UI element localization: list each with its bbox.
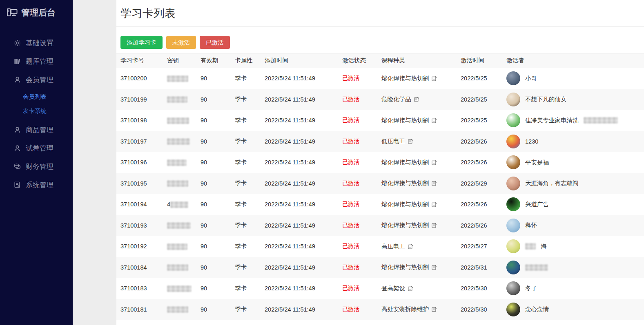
gear-icon: [13, 39, 21, 47]
edit-note-icon[interactable]: [431, 264, 437, 270]
card-number-cell: 37100195: [116, 173, 163, 194]
sidebar-item-basic-settings[interactable]: 基础设置: [0, 34, 73, 52]
sidebar-item-label: 财务管理: [26, 162, 53, 171]
course-name: 熔化焊接与热切割: [381, 117, 429, 124]
column-header-7: 激活时间: [457, 53, 502, 68]
sidebar-item-question-bank[interactable]: 题库管理: [0, 52, 73, 71]
redacted-key: [170, 201, 188, 208]
key-cell: [163, 131, 196, 152]
table-row: 3710019990季卡2022/5/24 11:51:49已激活危险化学品20…: [116, 89, 644, 110]
avatar: [506, 281, 520, 295]
sidebar-item-exam-paper-management[interactable]: 试卷管理: [0, 139, 73, 157]
brand: 管理后台: [0, 0, 73, 22]
sub-item-member-list[interactable]: 会员列表: [0, 90, 73, 104]
activator-name: 不想下凡的仙女: [525, 95, 567, 103]
activator-cell: 不想下凡的仙女: [502, 89, 644, 110]
course-name: 低压电工: [381, 137, 405, 145]
course-cell: 危险化学品: [377, 89, 457, 110]
key-cell: [163, 236, 196, 257]
key-cell: [163, 257, 196, 278]
edit-note-icon[interactable]: [431, 222, 437, 228]
main-area: 学习卡列表 添加学习卡未激活已激活 学习卡号密钥有效期卡属性添加时间激活状态课程…: [73, 0, 644, 325]
sidebar-item-system-management[interactable]: 系统管理: [0, 176, 73, 194]
activated-time-cell: 2022/5/25: [457, 89, 502, 110]
edit-note-icon[interactable]: [431, 117, 437, 124]
validity-cell: 90: [196, 131, 231, 152]
key-cell: [163, 152, 196, 173]
validity-cell: 90: [196, 89, 231, 110]
redacted-name: [525, 264, 548, 271]
added-time-cell: 2022/5/24 11:51:49: [261, 278, 338, 299]
key-cell: [163, 89, 196, 110]
activated-time-cell: 2022/5/30: [457, 299, 502, 320]
activated-time-cell: 2022/5/25: [457, 68, 502, 89]
redacted-key: [167, 117, 189, 124]
activator-cell: 释怀: [502, 215, 644, 236]
activator-name-suffix: 海: [541, 243, 547, 250]
learning-card-table: 学习卡号密钥有效期卡属性添加时间激活状态课程种类激活时间激活者 37100200…: [116, 53, 644, 320]
course-name: 熔化焊接与热切割: [381, 159, 429, 166]
edit-note-icon[interactable]: [431, 201, 437, 208]
filter-inactive-button[interactable]: 未激活: [166, 36, 196, 49]
course-cell: 熔化焊接与热切割: [377, 110, 457, 131]
redacted-name: [584, 117, 618, 124]
card-type-cell: 季卡: [231, 236, 261, 257]
validity-cell: 90: [196, 236, 231, 257]
sidebar-item-label: 商品管理: [26, 125, 53, 135]
table-row: 3710019690季卡2022/5/24 11:51:49已激活熔化焊接与热切…: [116, 152, 644, 173]
activator-cell: 小哥: [502, 68, 644, 89]
filter-active-button[interactable]: 已激活: [200, 36, 230, 49]
user-icon: [13, 126, 21, 134]
edit-note-icon[interactable]: [414, 96, 420, 102]
card-type-cell: 季卡: [231, 299, 261, 320]
sub-menu-member-management: 会员列表发卡系统: [0, 89, 73, 121]
card-type-cell: 季卡: [231, 89, 261, 110]
card-number-cell: 37100194: [116, 194, 163, 215]
activator-cell: 念心念情: [502, 299, 644, 320]
column-header-1: 密钥: [163, 53, 196, 68]
added-time-cell: 2022/5/24 11:51:49: [261, 89, 338, 110]
card-number-cell: 37100184: [116, 257, 163, 278]
activation-status-cell: 已激活: [338, 194, 377, 215]
edit-note-icon[interactable]: [431, 306, 437, 312]
column-header-5: 激活状态: [338, 53, 377, 68]
avatar: [506, 177, 520, 190]
redacted-key: [167, 285, 192, 292]
sub-item-card-issuing-system[interactable]: 发卡系统: [0, 104, 73, 118]
add-learning-card-button[interactable]: 添加学习卡: [120, 36, 163, 49]
edit-note-icon[interactable]: [431, 180, 437, 186]
card-type-cell: 季卡: [231, 278, 261, 299]
activated-time-cell: 2022/5/30: [457, 278, 502, 299]
redacted-key: [167, 180, 188, 187]
course-name: 危险化学品: [381, 95, 411, 103]
edit-note-icon[interactable]: [431, 159, 437, 166]
course-name: 熔化焊接与热切割: [381, 75, 429, 82]
course-cell: 熔化焊接与热切割: [377, 194, 457, 215]
card-type-cell: 季卡: [231, 131, 261, 152]
sidebar-nav: 基础设置题库管理会员管理会员列表发卡系统商品管理试卷管理财务管理系统管理: [0, 34, 73, 194]
edit-note-icon[interactable]: [408, 285, 414, 292]
card-number-cell: 37100183: [116, 278, 163, 299]
sidebar-item-product-management[interactable]: 商品管理: [0, 121, 73, 139]
added-time-cell: 2022/5/24 11:51:49: [261, 215, 338, 236]
validity-cell: 90: [196, 173, 231, 194]
edit-note-icon[interactable]: [408, 138, 414, 144]
card-type-cell: 季卡: [231, 194, 261, 215]
table-row: 37100194490季卡2022/5/24 11:51:49已激活熔化焊接与热…: [116, 194, 644, 215]
computer-icon: [7, 8, 18, 18]
card-number-cell: 37100200: [116, 68, 163, 89]
toolbar: 添加学习卡未激活已激活: [120, 36, 644, 49]
added-time-cell: 2022/5/24 11:51:49: [261, 110, 338, 131]
edit-note-icon[interactable]: [431, 75, 437, 82]
activation-status-cell: 已激活: [338, 110, 377, 131]
course-name: 登高架设: [381, 285, 405, 292]
edit-note-icon[interactable]: [408, 243, 414, 250]
activation-status-cell: 已激活: [338, 299, 377, 320]
card-number-cell: 37100196: [116, 152, 163, 173]
activated-time-cell: 2022/5/31: [457, 257, 502, 278]
sidebar-item-finance-management[interactable]: 财务管理: [0, 157, 73, 176]
course-name: 熔化焊接与热切割: [381, 263, 429, 271]
card-type-cell: 季卡: [231, 215, 261, 236]
column-header-8: 激活者: [502, 53, 644, 68]
sidebar-item-member-management[interactable]: 会员管理: [0, 71, 73, 89]
